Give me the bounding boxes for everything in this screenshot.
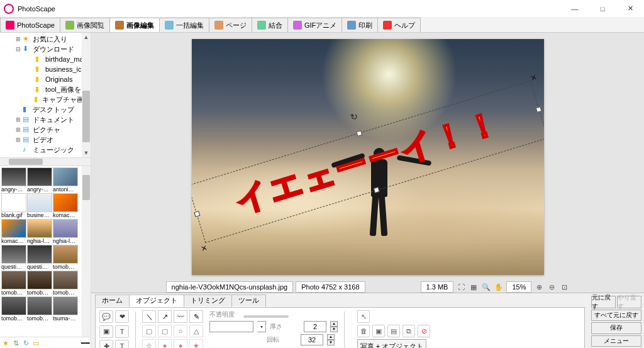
text-vertical-tool[interactable]: T	[115, 340, 129, 348]
thumbnail-item[interactable]: komac…	[53, 193, 78, 218]
thumbnail-item[interactable]: questi…	[1, 245, 26, 270]
thickness-spinner[interactable]: ▲▼	[330, 321, 338, 332]
thumbnail-item[interactable]: nghia-l…	[53, 219, 78, 244]
tree-item[interactable]: ▮tool_画像をお	[3, 84, 91, 94]
sticker-tool[interactable]: ❤	[115, 310, 129, 323]
rect-outline-tool[interactable]: ▢	[142, 325, 156, 337]
link-icon[interactable]: ⊘	[418, 325, 430, 337]
handle-close-icon[interactable]: ✕	[529, 74, 535, 80]
pointer-tool[interactable]: ↖	[357, 310, 370, 323]
thumbnail-item[interactable]: komac…	[1, 219, 26, 244]
delete-object-icon[interactable]: 🗑	[357, 325, 370, 337]
thumbnail-item[interactable]: tomob…	[1, 271, 26, 296]
symbol-tool[interactable]: ✚	[99, 340, 113, 348]
ellipse-outline-tool[interactable]: ○	[174, 325, 187, 337]
tree-item[interactable]: ▮キャプチャ画像	[3, 94, 91, 104]
toolbar-tab-画像閲覧[interactable]: 画像閲覧	[60, 18, 110, 32]
line-tool[interactable]: ＼	[142, 310, 156, 323]
folder-icon[interactable]: ▭	[32, 339, 40, 347]
toolbar-tab-印刷[interactable]: 印刷	[341, 18, 378, 32]
expand-icon[interactable]: ⊟	[15, 46, 21, 52]
tree-item[interactable]: ⊞▤ピクチャ	[3, 125, 91, 135]
fullscreen-icon[interactable]: ⊡	[559, 282, 569, 292]
thickness-input[interactable]: 2	[304, 321, 326, 332]
color-dropdown[interactable]: ▾	[257, 321, 266, 332]
thumbnail-item[interactable]: tomob…	[1, 296, 26, 322]
thumbnail-item[interactable]: tomob…	[53, 245, 78, 270]
size-slider[interactable]: ━━	[81, 339, 89, 347]
toolbar-tab-画像編集[interactable]: 画像編集	[109, 18, 160, 32]
thumbnail-item[interactable]: tomob…	[27, 296, 52, 322]
roundrect-outline-tool[interactable]: ▢	[158, 325, 172, 337]
bring-front-icon[interactable]: ▣	[372, 325, 385, 337]
expand-icon[interactable]: ⊞	[15, 36, 21, 42]
thumbnail-item[interactable]: blank.gif	[1, 193, 26, 218]
eyedropper-tool[interactable]: ✎	[189, 310, 203, 323]
thumbnail-item[interactable]: busine…	[27, 193, 52, 218]
undo-button[interactable]: 元に戻す	[591, 296, 616, 308]
curve-tool[interactable]: 〰	[174, 310, 187, 323]
thumbnail-item[interactable]: questi…	[27, 245, 52, 270]
arrow-tool[interactable]: ↗	[158, 310, 172, 323]
star-icon[interactable]: ★	[2, 339, 9, 347]
redo-button[interactable]: やり直す	[617, 296, 641, 308]
thumbnail-item[interactable]: angry-…	[1, 167, 26, 193]
color-picker[interactable]	[209, 321, 253, 332]
window-maximize-button[interactable]: □	[589, 0, 616, 18]
text-tool[interactable]: T	[115, 325, 129, 338]
star-fill-tool[interactable]: ★	[189, 339, 203, 348]
speech-bubble-tool[interactable]: 💬	[99, 310, 113, 323]
triangle-tool[interactable]: △	[189, 325, 203, 337]
resize-handle[interactable]	[194, 211, 200, 217]
toolbar-tab-ヘルプ[interactable]: ヘルプ	[377, 18, 421, 32]
toolbar-tab-PhotoScape[interactable]: PhotoScape	[0, 18, 60, 32]
tree-scrollbar[interactable]: ▲ ▼	[82, 33, 91, 157]
window-minimize-button[interactable]: —	[561, 0, 589, 18]
opacity-slider[interactable]	[243, 315, 289, 318]
scroll-down-icon[interactable]: ▼	[82, 149, 91, 157]
menu-button[interactable]: メニュー	[591, 335, 641, 347]
panel-tab-ツール[interactable]: ツール	[231, 295, 266, 307]
actual-size-icon[interactable]: ▦	[469, 282, 479, 292]
thumbnail-item[interactable]: antoni…	[53, 167, 78, 193]
toolbar-tab-GIFアニメ[interactable]: GIFアニメ	[287, 18, 342, 32]
zoom-out-icon[interactable]: ⊖	[547, 282, 557, 292]
duplicate-icon[interactable]: ⧉	[402, 325, 415, 337]
tree-item[interactable]: ▮Originals	[3, 74, 91, 84]
panel-tab-トリミング[interactable]: トリミング	[184, 295, 232, 307]
ellipse-fill-tool[interactable]: ●	[158, 339, 172, 348]
tree-item[interactable]: ⊞▤ビデオ	[3, 135, 91, 145]
tree-item[interactable]: ♪ミュージック	[3, 145, 91, 155]
tree-item[interactable]: ⊟⬇ダウンロード	[3, 44, 91, 54]
expand-icon[interactable]: ⊞	[15, 116, 21, 123]
tree-item[interactable]: ⊞★お気に入り	[3, 34, 91, 44]
tree-item[interactable]: ▮birthday_ma	[3, 54, 91, 64]
tree-item[interactable]: ⊞▤ドキュメント	[3, 115, 91, 125]
zoom-in-icon[interactable]: ⊕	[534, 282, 544, 292]
fit-screen-icon[interactable]: ⛶	[456, 282, 466, 292]
toolbar-tab-一括編集[interactable]: 一括編集	[159, 18, 209, 32]
photo-plus-object-button[interactable]: 写真 + オブジェクト	[357, 339, 426, 348]
undo-all-button[interactable]: すべて元に戻す	[591, 310, 641, 321]
scroll-up-icon[interactable]: ▲	[82, 33, 91, 42]
thumbnail-item[interactable]: nghia-l…	[27, 219, 52, 244]
expand-icon[interactable]: ⊞	[15, 137, 21, 143]
thumbnail-item[interactable]: angry-…	[27, 167, 52, 193]
window-close-button[interactable]: ✕	[616, 0, 644, 18]
folder-tree[interactable]: ⊞★お気に入り⊟⬇ダウンロード▮birthday_ma▮business_icc…	[0, 33, 91, 157]
tree-item[interactable]: ▮デスクトップ	[3, 104, 91, 115]
sort-icon[interactable]: ⇅	[12, 339, 19, 347]
image-tool[interactable]: ▣	[99, 325, 113, 338]
handle-corner-icon[interactable]: ✕	[200, 244, 206, 250]
ellipse-fill2-tool[interactable]: ●	[174, 339, 187, 348]
star-outline-tool[interactable]: ☆	[142, 339, 156, 348]
panel-tab-ホーム[interactable]: ホーム	[95, 295, 130, 307]
tree-item[interactable]: ▮business_icc	[3, 64, 91, 74]
tree-hscrollbar[interactable]	[0, 157, 91, 166]
thumbs-scrollbar[interactable]	[82, 166, 91, 337]
thumbnail-item[interactable]: tomob…	[53, 271, 78, 296]
send-back-icon[interactable]: ▤	[387, 325, 400, 337]
scroll-thumb[interactable]	[82, 91, 90, 142]
thumbnail-item[interactable]: tsuma-…	[53, 296, 78, 322]
save-button[interactable]: 保存	[591, 322, 641, 334]
